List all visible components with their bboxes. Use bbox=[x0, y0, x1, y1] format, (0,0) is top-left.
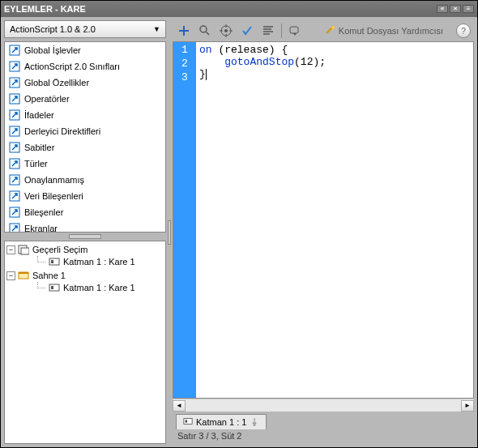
check-syntax-button[interactable] bbox=[239, 23, 255, 39]
tree-node-selection[interactable]: − Geçerli Seçim bbox=[6, 244, 164, 255]
svg-point-21 bbox=[200, 26, 207, 32]
statusbar: Satır 3 / 3, Süt 2 bbox=[173, 429, 474, 444]
tree-node-scene[interactable]: − Sahne 1 bbox=[6, 270, 164, 281]
insert-target-button[interactable] bbox=[218, 23, 234, 39]
find-button[interactable] bbox=[197, 23, 213, 39]
line-number: 3 bbox=[173, 71, 196, 85]
toolbox-item-label: ActionScript 2.0 Sınıfları bbox=[24, 62, 120, 71]
svg-rect-18 bbox=[19, 272, 28, 274]
toolbox-item[interactable]: İfadeler bbox=[5, 107, 165, 123]
tree-connector bbox=[37, 282, 45, 288]
toolbox-item-label: Onaylanmamış bbox=[24, 175, 84, 185]
toolbox-item[interactable]: Ekranlar bbox=[5, 220, 165, 233]
book-link-icon bbox=[8, 60, 21, 73]
toolbar-separator bbox=[281, 23, 282, 38]
dropdown-selected: ActionScript 1.0 & 2.0 bbox=[10, 24, 96, 34]
pin-icon[interactable] bbox=[250, 417, 259, 427]
toolbox-item[interactable]: Veri Bileşenleri bbox=[5, 188, 165, 204]
actionscript-version-dropdown[interactable]: ActionScript 1.0 & 2.0 ▼ bbox=[4, 20, 166, 38]
book-link-icon bbox=[8, 173, 21, 186]
svg-rect-16 bbox=[51, 260, 53, 263]
frame-icon bbox=[49, 282, 60, 293]
chevron-down-icon: ▼ bbox=[153, 25, 160, 33]
script-assist-button[interactable]: Komut Dosyası Yardımcısı bbox=[319, 23, 448, 39]
add-action-button[interactable] bbox=[176, 23, 192, 39]
script-tab[interactable]: Katman 1 : 1 bbox=[176, 414, 267, 429]
toolbox-item[interactable]: Bileşenler bbox=[5, 204, 165, 220]
scroll-left-button[interactable]: ◄ bbox=[173, 400, 186, 412]
svg-rect-20 bbox=[51, 286, 53, 289]
titlebar: EYLEMLER - KARE « × ≡ bbox=[1, 1, 477, 17]
toolbox-item[interactable]: Derleyici Direktifleri bbox=[5, 123, 165, 139]
toolbox-item[interactable]: Türler bbox=[5, 156, 165, 172]
svg-rect-15 bbox=[49, 258, 59, 265]
expander-icon[interactable]: − bbox=[6, 271, 15, 280]
expander-icon[interactable]: − bbox=[6, 245, 15, 254]
line-number: 2 bbox=[173, 58, 196, 71]
book-link-icon bbox=[8, 141, 21, 154]
toolbox-item-label: Global İşlevler bbox=[24, 45, 81, 55]
tree-leaf-label: Katman 1 : Kare 1 bbox=[63, 257, 135, 267]
book-link-icon bbox=[8, 125, 21, 138]
tab-label: Katman 1 : 1 bbox=[196, 417, 246, 427]
tree-leaf[interactable]: Katman 1 : Kare 1 bbox=[24, 256, 164, 267]
script-assist-label: Komut Dosyası Yardımcısı bbox=[339, 26, 443, 36]
toolbox-item-label: İfadeler bbox=[24, 110, 54, 120]
toolbox: Global İşlevler ActionScript 2.0 Sınıfla… bbox=[4, 41, 166, 233]
svg-rect-25 bbox=[184, 419, 192, 425]
help-button[interactable]: ? bbox=[456, 23, 471, 38]
svg-rect-14 bbox=[21, 248, 29, 254]
book-link-icon bbox=[8, 76, 21, 89]
script-tabbar: Katman 1 : 1 bbox=[173, 412, 474, 429]
horizontal-splitter[interactable] bbox=[4, 233, 166, 241]
book-link-icon bbox=[8, 222, 21, 233]
book-link-icon bbox=[8, 44, 21, 57]
tree-connector bbox=[37, 256, 45, 262]
frame-icon bbox=[183, 416, 193, 428]
toolbox-item-label: Türler bbox=[24, 159, 48, 169]
tree-leaf-label: Katman 1 : Kare 1 bbox=[63, 283, 135, 292]
tree-node-label: Geçerli Seçim bbox=[32, 245, 87, 254]
editor-toolbar: Komut Dosyası Yardımcısı ? bbox=[173, 20, 474, 41]
menu-button[interactable]: ≡ bbox=[463, 5, 474, 13]
toolbox-item[interactable]: ActionScript 2.0 Sınıfları bbox=[5, 58, 165, 75]
horizontal-scrollbar[interactable]: ◄ ► bbox=[173, 399, 474, 412]
svg-rect-24 bbox=[290, 27, 298, 33]
toolbox-item-label: Derleyici Direktifleri bbox=[24, 126, 100, 136]
line-gutter: 1 2 3 bbox=[173, 42, 196, 398]
close-button[interactable]: × bbox=[450, 5, 461, 13]
toolbox-item-label: Bileşenler bbox=[24, 207, 63, 217]
toolbox-item[interactable]: Onaylanmamış bbox=[5, 172, 165, 188]
frame-icon bbox=[49, 256, 60, 267]
status-text: Satır 3 / 3, Süt 2 bbox=[177, 431, 242, 441]
tree-leaf[interactable]: Katman 1 : Kare 1 bbox=[24, 282, 164, 293]
toolbox-item-label: Global Özellikler bbox=[24, 78, 89, 87]
toolbox-item[interactable]: Sabitler bbox=[5, 139, 165, 156]
svg-rect-26 bbox=[186, 420, 188, 422]
book-link-icon bbox=[8, 109, 21, 122]
book-link-icon bbox=[8, 190, 21, 203]
book-link-icon bbox=[8, 157, 21, 170]
auto-format-button[interactable] bbox=[260, 23, 276, 39]
selection-icon bbox=[18, 244, 29, 255]
toolbox-item-label: Veri Bileşenleri bbox=[24, 191, 83, 201]
scene-icon bbox=[18, 270, 29, 281]
code-hint-button[interactable] bbox=[287, 23, 303, 39]
toolbox-item-label: Sabitler bbox=[24, 143, 54, 152]
toolbox-item[interactable]: Global Özellikler bbox=[5, 75, 165, 91]
code-area[interactable]: on (release) { gotoAndStop(12); } bbox=[196, 42, 473, 398]
line-number: 1 bbox=[173, 44, 196, 58]
tree-node-label: Sahne 1 bbox=[32, 271, 66, 280]
toolbox-item-label: Operatörler bbox=[24, 94, 70, 104]
toolbox-item[interactable]: Operatörler bbox=[5, 91, 165, 107]
book-link-icon bbox=[8, 206, 21, 219]
vertical-splitter[interactable] bbox=[166, 20, 173, 444]
svg-point-23 bbox=[224, 29, 228, 32]
wand-icon bbox=[324, 24, 335, 37]
svg-rect-19 bbox=[49, 284, 59, 291]
toolbox-item-label: Ekranlar bbox=[24, 224, 58, 233]
toolbox-item[interactable]: Global İşlevler bbox=[5, 42, 165, 58]
code-editor[interactable]: 1 2 3 on (release) { gotoAndStop(12); } bbox=[173, 41, 474, 399]
scroll-right-button[interactable]: ► bbox=[461, 400, 474, 412]
collapse-button[interactable]: « bbox=[437, 5, 448, 13]
